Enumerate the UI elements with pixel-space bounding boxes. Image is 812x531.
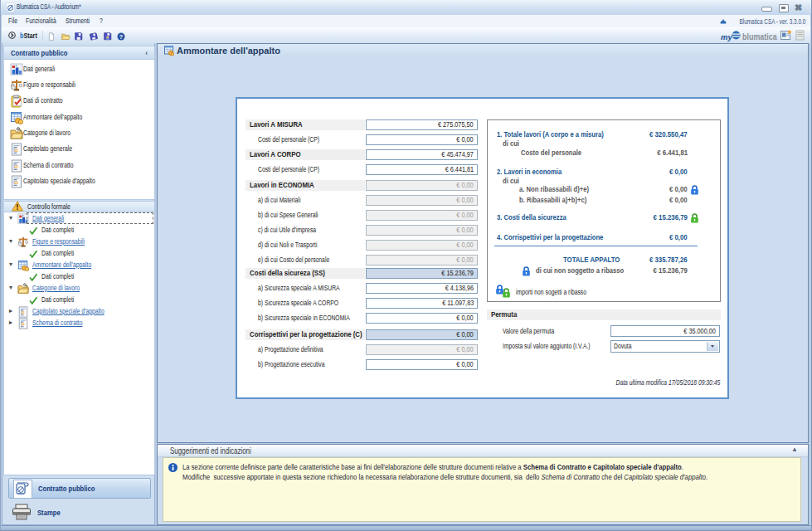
svg-text:?: ?	[119, 34, 123, 41]
